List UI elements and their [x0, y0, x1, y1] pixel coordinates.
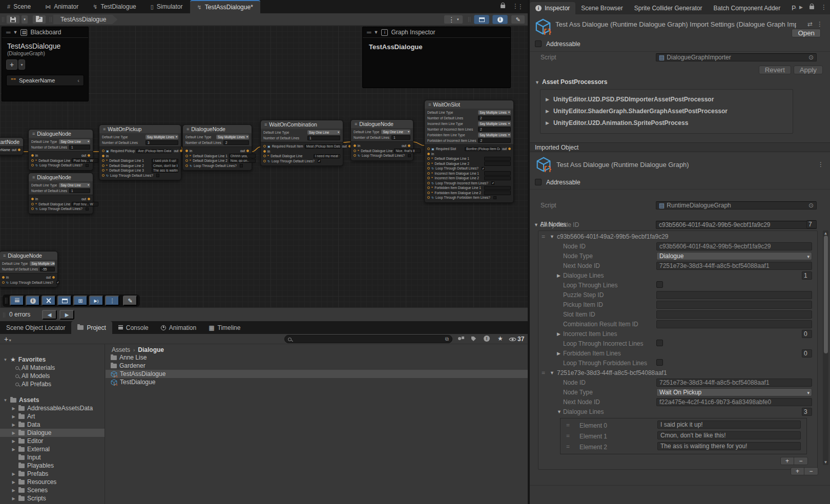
config-dropdown[interactable]: Say Multiple Lines [478, 133, 511, 137]
graph-node-dialoguenode-4[interactable]: ≡DialogueNodeDefault Line TypeSay Multip… [182, 124, 252, 171]
graph-node-startnode-0[interactable]: ≡StartNodeSpeakerNameout [0, 137, 24, 155]
in-port[interactable] [354, 144, 356, 147]
drag-handle-icon[interactable]: = [566, 422, 569, 429]
tree-item-addressableassetsdata[interactable]: ▶AddressableAssetsData [0, 404, 105, 412]
row-port[interactable] [427, 177, 430, 179]
out-port[interactable] [52, 276, 55, 279]
config-dropdown[interactable]: Say One Line [59, 139, 90, 144]
toolbar-drag-handle[interactable] [2, 17, 4, 22]
more-tabs-arrow-icon[interactable]: ▶ [799, 5, 803, 10]
graph-canvas[interactable]: ≡StartNodeSpeakerNameout≡DialogueNodeDef… [0, 26, 528, 307]
graph-node-waitonslot-7[interactable]: ≡WaitOnSlotDefault Line TypeSay Multiple… [424, 100, 514, 203]
line-text-field[interactable]: I said pick it up! [152, 159, 178, 163]
project-file-list[interactable]: Assets › Dialogue Anne LiseGardener{}Tes… [106, 344, 528, 504]
object-field[interactable]: Axe (Pickup Item Data)⊙ [136, 149, 172, 154]
foldout-arrow-icon[interactable]: ▶ [11, 488, 16, 493]
all-nodes-foldout-arrow[interactable]: ▼ [534, 222, 538, 227]
graph-inspector-header[interactable]: ═ ▼ i Graph Inspector [363, 27, 510, 38]
object-field[interactable]: Meat (Pickup Item Data)⊙ [305, 144, 341, 149]
mini-bar-handle[interactable] [5, 298, 7, 304]
graph-inspector-toggle-button[interactable]: i [492, 15, 508, 24]
in-port[interactable] [102, 155, 105, 157]
tree-item-data[interactable]: ▶Data [0, 421, 105, 429]
favorite-item-all-materials[interactable]: All Materials [0, 364, 105, 372]
addressable-checkbox[interactable] [535, 40, 542, 47]
row-port[interactable] [102, 174, 105, 177]
line-text-field[interactable]: Post boy... W [72, 202, 98, 206]
config-number-field[interactable]: 1 [307, 136, 340, 140]
bottom-tab-timeline[interactable]: ▦Timeline [202, 321, 246, 334]
apply-button[interactable]: Apply [794, 66, 823, 74]
line-text-field[interactable] [484, 161, 511, 166]
loop-checkbox[interactable] [86, 207, 89, 211]
previous-error-button[interactable]: ◀ [42, 310, 57, 320]
config-number-field[interactable]: 2 [478, 127, 511, 132]
row-port[interactable] [31, 159, 34, 162]
tree-item-prefabs[interactable]: ▶Prefabs [0, 470, 105, 478]
file-row-testassdialogue[interactable]: {}TestAssDialogue [106, 370, 528, 378]
view-toolbar-info-button[interactable]: i [26, 296, 40, 306]
bottom-tab-animation[interactable]: Animation [155, 321, 202, 334]
node-entry-header[interactable]: =▼c93b5606-401f-49a2-99b5-9ecbf1fa9c29 [538, 232, 817, 242]
save-options-dropdown[interactable]: ▾ [21, 15, 28, 24]
foldout-arrow-icon[interactable]: ▶ [11, 414, 16, 419]
foldout-arrow-icon[interactable]: ▼ [550, 370, 554, 375]
graph-breadcrumb[interactable]: TestAssDialogue [53, 15, 117, 24]
save-graph-button[interactable] [6, 15, 20, 24]
presets-icon[interactable]: ⇄ [807, 20, 813, 28]
config-number-field[interactable]: 3 [146, 140, 178, 145]
tree-item-dialogue[interactable]: ▶Dialogue [0, 429, 105, 437]
config-dropdown[interactable]: Say Multiple Lines [478, 121, 511, 126]
row-port[interactable] [102, 150, 105, 152]
main-tab-simulator[interactable]: ▯Simulator [143, 0, 190, 13]
row-port[interactable] [102, 169, 105, 172]
out-port[interactable] [508, 148, 511, 150]
search-input[interactable] [294, 336, 443, 342]
config-dropdown[interactable]: Say Multiple Lines [216, 135, 249, 139]
list-add-button[interactable]: + [781, 457, 794, 465]
in-port[interactable] [31, 198, 34, 200]
config-dropdown[interactable]: Say Multiple Lines [30, 261, 55, 266]
line-text-field[interactable] [484, 186, 511, 191]
view-toolbar-tools-button[interactable] [42, 296, 56, 306]
foldout-arrow-icon[interactable]: ▶ [11, 496, 16, 501]
element-text-field[interactable]: I said pick it up! [657, 421, 801, 429]
property-field[interactable]: c93b5606-401f-49a2-99b5-9ecbf1fa9c29 [656, 242, 812, 250]
blackboard-panel[interactable]: ═ ▼ ▤ Blackboard TestAssDialogue (Dialog… [2, 27, 89, 101]
row-port[interactable] [263, 145, 266, 148]
assets-root[interactable]: ▼Assets [0, 396, 105, 404]
inspector-lock-icon[interactable] [810, 6, 814, 9]
row-port[interactable] [427, 182, 430, 184]
show-in-project-button[interactable] [32, 15, 46, 24]
entry-node-field[interactable]: c93b5606-401f-49a2-99b5-9ecbf1fa9c29 [656, 221, 817, 229]
config-number-field[interactable]: -55 [40, 267, 55, 271]
tree-item-scripts[interactable]: ▶Scripts [0, 494, 105, 502]
graph-node-dialoguenode-1[interactable]: ≡DialogueNodeDefault Line TypeSay One Li… [28, 129, 93, 171]
expand-chevron-icon[interactable]: ‹ [77, 77, 79, 83]
foldout-arrow-icon[interactable]: ▼ [3, 358, 8, 362]
in-port[interactable] [2, 276, 5, 279]
foldout-arrow-icon[interactable]: ▶ [546, 120, 549, 125]
project-search[interactable]: ⧉ [284, 335, 452, 343]
script-object-field[interactable]: ▤ DialogueGraphImporter ⊙ [656, 53, 817, 61]
foldout-arrow-icon[interactable]: ▶ [11, 423, 16, 427]
foldout-arrow-icon[interactable]: ▶ [557, 273, 561, 278]
file-row-anne-lise[interactable]: Anne Lise [106, 353, 528, 362]
postprocessor-item[interactable]: ▶UnityEditor.U2D.PSD.PSDImporterAssetPos… [541, 93, 793, 105]
add-property-button[interactable]: + [6, 59, 17, 70]
loop-checkbox[interactable]: ✓ [56, 281, 60, 284]
runtime-script-field[interactable]: ▤ RuntimeDialogueGraph ⊙ [656, 201, 817, 209]
postprocessor-item[interactable]: ▶UnityEditor.U2D.Animation.SpritePostPro… [541, 117, 793, 129]
loop-checkbox[interactable] [493, 196, 497, 200]
tree-item-editor[interactable]: ▶Editor [0, 437, 105, 445]
line-text-field[interactable]: Post boy... W [72, 158, 98, 163]
property-field[interactable] [656, 320, 812, 328]
element-text-field[interactable]: The ass is waiting there for you! [657, 442, 801, 450]
main-tab-testdialogue[interactable]: ↯TestDialogue [86, 0, 143, 13]
inspector-tab-sprite-collider-generator[interactable]: Sprite Collider Generator [629, 2, 708, 14]
view-toolbar-list-button[interactable] [10, 296, 24, 306]
file-row-gardener[interactable]: Gardener [106, 362, 528, 370]
row-port[interactable] [263, 155, 266, 157]
view-toolbar-pen-button[interactable]: ✎ [123, 296, 137, 306]
postprocessor-item[interactable]: ▶UnityEditor.ShaderGraph.ShaderGraphAsse… [541, 105, 793, 117]
